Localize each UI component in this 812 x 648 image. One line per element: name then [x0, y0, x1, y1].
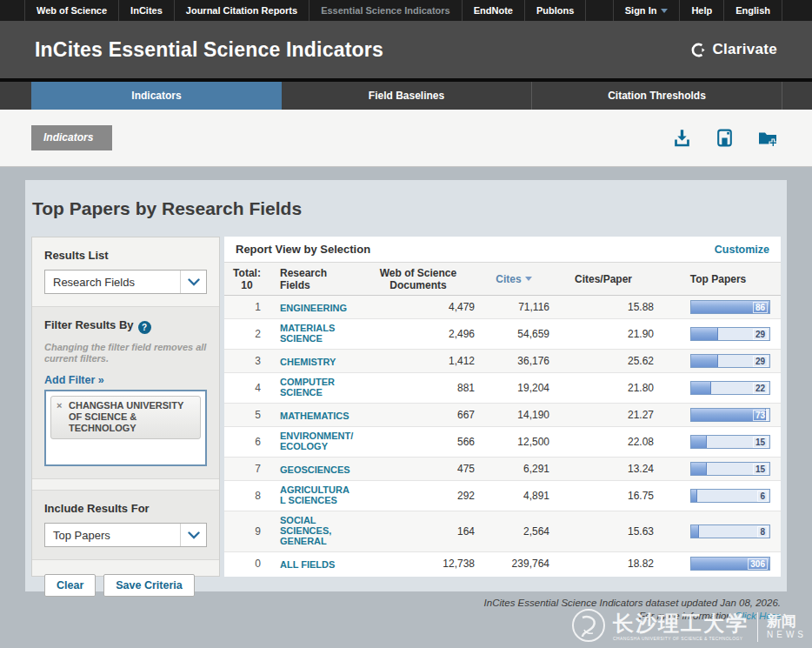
top-papers-bar[interactable]: 6	[690, 489, 770, 503]
top-papers-bar-fill	[691, 328, 718, 340]
save-criteria-button[interactable]: Save Criteria	[103, 574, 194, 597]
top-papers-bar[interactable]: 15	[690, 462, 770, 476]
column-header-top-papers[interactable]: Top Papers	[656, 273, 781, 285]
rank-cell: 5	[224, 409, 270, 421]
column-header-cites[interactable]: Cites	[476, 273, 551, 285]
app-title: InCites Essential Science Indicators	[35, 38, 383, 62]
rank-cell: 3	[224, 355, 270, 367]
results-list-select[interactable]: Research Fields	[44, 270, 207, 294]
print-icon[interactable]	[714, 127, 735, 149]
top-papers-bar-fill	[691, 355, 718, 367]
top-papers-cell: 15	[656, 462, 781, 476]
research-field-link[interactable]: GEOSCIENCES	[280, 464, 350, 475]
research-field-link[interactable]: MATERIALS SCIENCE	[280, 323, 355, 344]
results-list-value: Research Fields	[45, 276, 180, 289]
clear-button[interactable]: Clear	[44, 574, 96, 597]
filter-sidebar: Results List Research Fields Filter Resu…	[31, 237, 220, 577]
cites-cell: 19,204	[476, 382, 551, 394]
more-info-text: For more information	[639, 611, 735, 621]
research-field-link[interactable]: ALL FIELDS	[280, 559, 335, 570]
top-papers-value: 8	[757, 526, 768, 538]
cites-cell: 6,291	[476, 463, 551, 475]
filter-note: Changing the filter field removes all cu…	[44, 342, 207, 364]
add-to-folder-icon[interactable]	[756, 127, 779, 149]
content-panel: Top Papers by Research Fields Results Li…	[25, 180, 787, 591]
help-icon[interactable]: ?	[138, 321, 151, 334]
research-field-link[interactable]: AGRICULTURAL SCIENCES	[280, 484, 355, 505]
cites-cell: 2,564	[476, 525, 551, 538]
cites-cell: 54,659	[476, 328, 551, 340]
documents-cell: 292	[360, 490, 476, 502]
language-selector[interactable]: English	[724, 0, 782, 21]
filter-by-label-text: Filter Results By	[44, 318, 134, 331]
cites-cell: 36,176	[476, 355, 551, 367]
column-header-research-fields[interactable]: Research Fields	[270, 267, 360, 291]
nav-item-journal-citation-reports[interactable]: Journal Citation Reports	[175, 0, 309, 21]
cites-per-paper-cell: 21.90	[551, 328, 656, 340]
top-papers-value: 86	[753, 302, 768, 313]
active-filters-box: × CHANGSHA UNIVERSITY OF SCIENCE & TECHN…	[44, 390, 207, 466]
top-papers-bar[interactable]: 22	[690, 381, 770, 395]
total-value: 10	[224, 279, 270, 291]
cites-cell: 4,891	[476, 490, 551, 502]
top-papers-value: 29	[753, 329, 768, 340]
nav-item-web-of-science[interactable]: Web of Science	[24, 0, 119, 21]
field-cell: MATHEMATICS	[270, 407, 360, 423]
dataset-footer: InCites Essential Science Indicators dat…	[484, 597, 781, 623]
nav-item-publons[interactable]: Publons	[525, 0, 586, 21]
include-results-select[interactable]: Top Papers	[44, 523, 207, 547]
top-papers-cell: 22	[656, 381, 781, 395]
rank-cell: 7	[224, 463, 270, 475]
tab-indicators[interactable]: Indicators	[31, 82, 282, 110]
top-papers-cell: 15	[656, 435, 781, 449]
tab-field-baselines[interactable]: Field Baselines	[282, 82, 532, 110]
top-papers-bar[interactable]: 15	[690, 435, 770, 449]
filter-tag[interactable]: × CHANGSHA UNIVERSITY OF SCIENCE & TECHN…	[50, 396, 201, 439]
click-here-link[interactable]: Click Here	[735, 611, 781, 621]
documents-cell: 2,496	[360, 328, 476, 340]
cites-per-paper-cell: 16.75	[551, 490, 656, 502]
table-row: 6 ENVIRONMENT/ECOLOGY 566 12,500 22.08 1…	[224, 426, 781, 457]
top-papers-bar-fill	[691, 463, 707, 475]
table-row: 8 AGRICULTURAL SCIENCES 292 4,891 16.75 …	[224, 480, 781, 511]
download-icon[interactable]	[671, 127, 693, 149]
top-papers-bar[interactable]: 29	[690, 354, 770, 368]
column-header-cites-per-paper[interactable]: Cites/Paper	[551, 273, 656, 285]
results-list-label: Results List	[44, 249, 207, 262]
sign-in-menu[interactable]: Sign In	[613, 0, 681, 21]
rank-cell: 9	[224, 525, 270, 538]
field-cell: MATERIALS SCIENCE	[270, 323, 360, 345]
research-field-link[interactable]: SOCIAL SCIENCES, GENERAL	[280, 515, 355, 546]
top-papers-bar[interactable]: 306	[690, 557, 770, 571]
top-papers-bar[interactable]: 73	[690, 408, 770, 422]
top-papers-bar-fill	[691, 382, 711, 394]
field-cell: GEOSCIENCES	[270, 461, 360, 477]
documents-cell: 4,479	[360, 301, 476, 313]
customize-link[interactable]: Customize	[715, 244, 769, 256]
top-papers-bar[interactable]: 29	[690, 327, 770, 341]
research-field-link[interactable]: CHEMISTRY	[280, 357, 336, 367]
documents-cell: 12,738	[360, 558, 476, 570]
top-papers-value: 29	[753, 356, 768, 367]
column-header-wos-documents[interactable]: Web of Science Documents	[360, 267, 476, 291]
top-papers-bar[interactable]: 8	[690, 524, 770, 538]
rank-cell: 6	[224, 436, 270, 448]
indicators-chip[interactable]: Indicators	[31, 125, 112, 150]
nav-item-help[interactable]: Help	[680, 0, 724, 21]
nav-item-incites[interactable]: InCites	[119, 0, 175, 21]
research-field-link[interactable]: ENGINEERING	[280, 303, 347, 313]
add-filter-link[interactable]: Add Filter »	[44, 374, 104, 386]
news-label-en: NEWS	[767, 630, 807, 640]
top-papers-bar[interactable]: 86	[690, 300, 770, 314]
cites-per-paper-cell: 22.08	[551, 436, 656, 448]
close-icon[interactable]: ×	[57, 400, 62, 411]
field-cell: SOCIAL SCIENCES, GENERAL	[270, 515, 360, 548]
table-row: 7 GEOSCIENCES 475 6,291 13.24 15	[224, 457, 781, 480]
research-field-link[interactable]: COMPUTER SCIENCE	[280, 377, 355, 397]
research-field-link[interactable]: ENVIRONMENT/ECOLOGY	[280, 431, 355, 451]
research-field-link[interactable]: MATHEMATICS	[280, 411, 349, 421]
cites-header-label: Cites	[496, 273, 521, 285]
nav-item-endnote[interactable]: EndNote	[463, 0, 525, 21]
tab-citation-thresholds[interactable]: Citation Thresholds	[532, 82, 782, 110]
nav-item-essential-science-indicators[interactable]: Essential Science Indicators	[309, 0, 463, 21]
